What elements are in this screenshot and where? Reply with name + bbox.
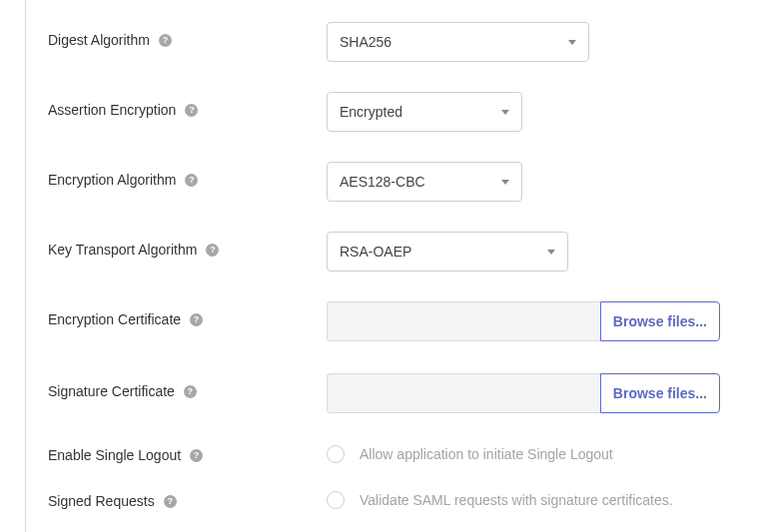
control-col: SHA256	[327, 22, 759, 62]
label-col: Encryption Certificate ?	[48, 301, 327, 327]
checkbox-label: Allow application to initiate Single Log…	[360, 446, 613, 462]
row-assertion-encryption: Assertion Encryption ? Encrypted	[48, 92, 759, 132]
row-signed-requests: Signed Requests ? Validate SAML requests…	[48, 491, 759, 532]
help-icon[interactable]: ?	[164, 495, 177, 508]
signed-requests-label: Signed Requests	[48, 493, 155, 509]
key-transport-algorithm-select[interactable]: RSA-OAEP	[327, 232, 568, 271]
encryption-algorithm-label: Encryption Algorithm	[48, 172, 176, 188]
row-key-transport-algorithm: Key Transport Algorithm ? RSA-OAEP	[48, 232, 759, 271]
signature-certificate-file-group: Browse files...	[327, 373, 720, 413]
row-encryption-algorithm: Encryption Algorithm ? AES128-CBC	[48, 162, 759, 202]
label-col: Assertion Encryption ?	[48, 92, 327, 118]
signed-requests-description: SAML request payload will be validated. …	[327, 527, 721, 532]
button-label: Browse files...	[613, 313, 707, 329]
chevron-down-icon	[501, 180, 509, 185]
select-value: Encrypted	[340, 104, 402, 120]
key-transport-algorithm-label: Key Transport Algorithm	[48, 242, 197, 258]
checkbox-circle-icon[interactable]	[327, 491, 345, 509]
assertion-encryption-label: Assertion Encryption	[48, 102, 176, 118]
enable-single-logout-label: Enable Single Logout	[48, 447, 181, 463]
checkbox-label: Validate SAML requests with signature ce…	[360, 492, 673, 508]
digest-algorithm-select[interactable]: SHA256	[327, 22, 589, 62]
control-col: AES128-CBC	[327, 162, 759, 202]
label-col: Signature Certificate ?	[48, 373, 327, 399]
encryption-certificate-label: Encryption Certificate	[48, 311, 181, 327]
label-col: Digest Algorithm ?	[48, 22, 327, 48]
label-col: Key Transport Algorithm ?	[48, 232, 327, 258]
encryption-certificate-path	[327, 301, 600, 341]
signature-certificate-label: Signature Certificate	[48, 383, 175, 399]
signature-certificate-path	[327, 373, 600, 413]
control-col: Encrypted	[327, 92, 759, 132]
row-signature-certificate: Signature Certificate ? Browse files...	[48, 373, 759, 413]
help-icon[interactable]: ?	[206, 244, 219, 257]
select-value: AES128-CBC	[340, 174, 425, 190]
label-col: Enable Single Logout ?	[48, 445, 327, 463]
saml-settings-panel: Digest Algorithm ? SHA256 Assertion Encr…	[25, 0, 761, 532]
help-icon[interactable]: ?	[185, 104, 198, 117]
select-value: SHA256	[340, 34, 391, 50]
help-icon[interactable]: ?	[185, 174, 198, 187]
checkbox-circle-icon[interactable]	[327, 445, 345, 463]
help-icon[interactable]: ?	[184, 385, 197, 398]
chevron-down-icon	[568, 40, 576, 45]
help-icon[interactable]: ?	[159, 34, 172, 47]
chevron-down-icon	[547, 250, 555, 255]
label-col: Signed Requests ?	[48, 491, 327, 509]
browse-files-button[interactable]: Browse files...	[600, 373, 720, 413]
signed-requests-checkbox-row: Validate SAML requests with signature ce…	[327, 491, 759, 509]
row-enable-single-logout: Enable Single Logout ? Allow application…	[48, 445, 759, 463]
row-digest-algorithm: Digest Algorithm ? SHA256	[48, 22, 759, 62]
control-col: Validate SAML requests with signature ce…	[327, 491, 759, 532]
control-col: Browse files...	[327, 301, 759, 341]
help-icon[interactable]: ?	[190, 449, 203, 462]
browse-files-button[interactable]: Browse files...	[600, 301, 720, 341]
button-label: Browse files...	[613, 385, 707, 401]
encryption-certificate-file-group: Browse files...	[327, 301, 720, 341]
enable-single-logout-checkbox-row: Allow application to initiate Single Log…	[327, 445, 759, 463]
control-col: Browse files...	[327, 373, 759, 413]
assertion-encryption-select[interactable]: Encrypted	[327, 92, 522, 132]
control-col: Allow application to initiate Single Log…	[327, 445, 759, 463]
row-encryption-certificate: Encryption Certificate ? Browse files...	[48, 301, 759, 341]
digest-algorithm-label: Digest Algorithm	[48, 32, 150, 48]
encryption-algorithm-select[interactable]: AES128-CBC	[327, 162, 522, 202]
label-col: Encryption Algorithm ?	[48, 162, 327, 188]
chevron-down-icon	[501, 110, 509, 115]
select-value: RSA-OAEP	[340, 244, 411, 260]
control-col: RSA-OAEP	[327, 232, 759, 271]
help-icon[interactable]: ?	[190, 313, 203, 326]
